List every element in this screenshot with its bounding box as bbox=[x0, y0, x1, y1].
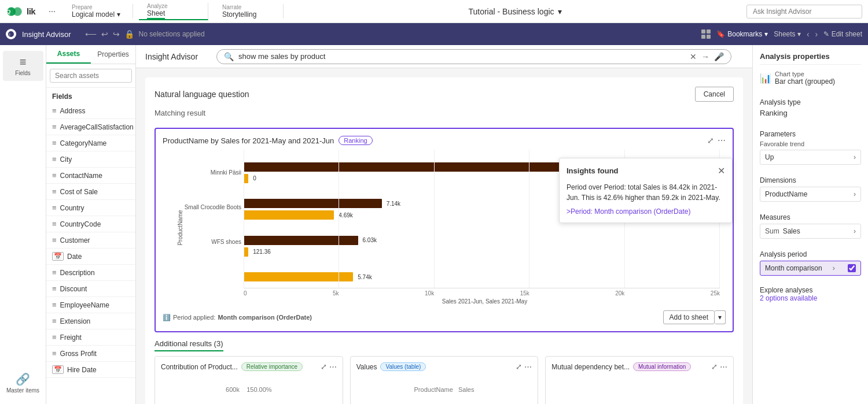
search-assets-input[interactable] bbox=[50, 69, 132, 83]
rc-more-0[interactable]: ⋯ bbox=[329, 362, 337, 371]
edit-sheet-button[interactable]: ✎ Edit sheet bbox=[823, 30, 862, 38]
selection-icon[interactable]: ⟵ bbox=[85, 29, 97, 39]
field-item-14[interactable]: ≡Freight bbox=[46, 329, 135, 346]
result-card-0: Contribution of Product... Relative impo… bbox=[155, 356, 343, 404]
no-selections: No selections applied bbox=[139, 30, 205, 38]
left-sidebar: ≡ Fields 🔗 Master items bbox=[0, 45, 46, 404]
field-label: Country bbox=[60, 204, 84, 212]
narrate-section[interactable]: Narrate Storytelling bbox=[214, 4, 284, 18]
field-item-1[interactable]: ≡AverageCallSatisfaction bbox=[46, 119, 135, 135]
expand-chart-button[interactable]: ⤢ bbox=[707, 136, 714, 145]
rc-expand-1[interactable]: ⤢ bbox=[516, 362, 522, 371]
field-item-13[interactable]: ≡Extension bbox=[46, 313, 135, 329]
field-item-9[interactable]: 📅Date bbox=[46, 249, 135, 265]
analysis-properties-title: Analysis properties bbox=[760, 52, 861, 65]
undo-icon[interactable]: ↩ bbox=[101, 29, 108, 39]
field-item-2[interactable]: ≡CategoryName bbox=[46, 135, 135, 151]
field-item-15[interactable]: ≡Gross Profit bbox=[46, 346, 135, 362]
field-item-11[interactable]: ≡Discount bbox=[46, 281, 135, 297]
field-item-8[interactable]: ≡Customer bbox=[46, 232, 135, 249]
chart-more-button[interactable]: ⋯ bbox=[718, 136, 726, 145]
badge-values-table: Values (table) bbox=[380, 362, 426, 371]
dimension-selector[interactable]: ProductName › bbox=[760, 187, 861, 202]
insight-bar-right: 🔖 Bookmarks ▾ Sheets ▾ ‹ › ✎ Edit sheet bbox=[701, 29, 862, 39]
panel-tabs: Assets Properties bbox=[46, 45, 135, 64]
cancel-button[interactable]: Cancel bbox=[695, 87, 734, 102]
sidebar-item-master[interactable]: 🔗 Master items bbox=[3, 368, 43, 398]
result-card-title-0: Contribution of Product... bbox=[161, 363, 238, 371]
prepare-label: Prepare bbox=[72, 4, 124, 10]
analyze-section[interactable]: Analyze Sheet bbox=[139, 3, 208, 20]
field-label: Date bbox=[67, 253, 82, 261]
svg-point-1 bbox=[13, 7, 22, 16]
tab-assets[interactable]: Assets bbox=[46, 45, 91, 64]
field-item-7[interactable]: ≡CountryCode bbox=[46, 216, 135, 232]
field-item-3[interactable]: ≡City bbox=[46, 151, 135, 168]
mic-button[interactable]: 🎤 bbox=[714, 52, 724, 61]
main-content: ≡ Fields 🔗 Master items Assets Propertie… bbox=[0, 45, 868, 404]
brand-name: lik bbox=[27, 6, 35, 16]
sheets-button[interactable]: Sheets ▾ bbox=[774, 30, 801, 38]
favorable-trend-selector[interactable]: Up › bbox=[760, 150, 861, 165]
close-insights-button[interactable]: ✕ bbox=[718, 165, 725, 176]
dimension-chevron: › bbox=[854, 190, 856, 198]
prepare-section[interactable]: Prepare Logical model ▾ bbox=[64, 4, 133, 18]
field-label: City bbox=[60, 155, 72, 164]
sidebar-item-fields[interactable]: ≡ Fields bbox=[3, 51, 43, 81]
bar-val-may-0: 0 bbox=[253, 175, 256, 181]
submit-search-button[interactable]: → bbox=[701, 52, 709, 61]
period-checkbox[interactable] bbox=[848, 264, 856, 272]
rc-more-2[interactable]: ⋯ bbox=[720, 362, 727, 371]
insights-link[interactable]: >Period: Month comparison (OrderDate) bbox=[567, 207, 725, 216]
bookmarks-button[interactable]: 🔖 Bookmarks ▾ bbox=[716, 30, 768, 38]
field-item-16[interactable]: 📅Hire Date bbox=[46, 362, 135, 378]
result-card-actions-2: ⤢ ⋯ bbox=[711, 362, 727, 371]
field-item-10[interactable]: ≡Description bbox=[46, 265, 135, 281]
nav-left-icon[interactable]: ‹ bbox=[807, 29, 810, 39]
result-card-title-2: Mutual dependency bet... bbox=[551, 363, 630, 371]
analysis-type-section: Analysis type Ranking bbox=[760, 95, 861, 121]
chart-title: ProductName by Sales for 2021-May and 20… bbox=[163, 136, 334, 145]
info-icon: ℹ️ bbox=[163, 314, 171, 321]
nav-right-icon[interactable]: › bbox=[815, 29, 818, 39]
rc-expand-2[interactable]: ⤢ bbox=[711, 362, 718, 371]
top-bar-right bbox=[746, 5, 862, 18]
period-applied-row: ℹ️ Period applied: Month comparison (Ord… bbox=[163, 310, 726, 324]
grid-view-icon[interactable] bbox=[701, 29, 711, 39]
field-label: ContactName bbox=[60, 172, 102, 180]
field-item-4[interactable]: ≡ContactName bbox=[46, 168, 135, 184]
bar-may-2 bbox=[244, 247, 248, 257]
ask-insight-input[interactable] bbox=[746, 5, 862, 18]
lock-icon[interactable]: 🔒 bbox=[124, 29, 134, 39]
field-text-icon: ≡ bbox=[52, 106, 57, 115]
bar-row-jun-3: 5.74k bbox=[244, 272, 720, 282]
ia-search-input[interactable] bbox=[238, 52, 685, 61]
clear-search-button[interactable]: ✕ bbox=[690, 52, 697, 61]
explore-link[interactable]: 2 options available bbox=[760, 294, 861, 302]
field-item-5[interactable]: ≡Cost of Sale bbox=[46, 184, 135, 200]
field-item-12[interactable]: ≡EmployeeName bbox=[46, 297, 135, 313]
chart-card: Insights found ✕ Period over Period: tot… bbox=[155, 128, 734, 332]
period-selector[interactable]: Month comparison › bbox=[760, 261, 861, 276]
redo-icon[interactable]: ↪ bbox=[113, 29, 120, 39]
analysis-period-section: Analysis period Month comparison › bbox=[760, 247, 861, 278]
field-label: Address bbox=[60, 107, 86, 115]
prepare-value: Logical model ▾ bbox=[72, 10, 124, 18]
add-to-sheet-dropdown[interactable]: ▾ bbox=[715, 310, 726, 324]
rc-expand-0[interactable]: ⤢ bbox=[321, 362, 327, 371]
narrate-value: Storytelling bbox=[222, 10, 275, 18]
field-item-0[interactable]: ≡Address bbox=[46, 103, 135, 119]
y-label-1: Small Crocodile Boots bbox=[185, 205, 241, 210]
rc-more-1[interactable]: ⋯ bbox=[524, 362, 532, 371]
add-to-sheet-button[interactable]: Add to sheet bbox=[663, 310, 715, 324]
tab-properties[interactable]: Properties bbox=[91, 45, 135, 64]
field-item-6[interactable]: ≡Country bbox=[46, 200, 135, 216]
field-text-icon: ≡ bbox=[52, 317, 57, 325]
menu-dots[interactable]: ⋯ bbox=[46, 8, 58, 16]
bar-val-jun-3: 5.74k bbox=[358, 274, 372, 280]
dimensions-label: Dimensions bbox=[760, 176, 861, 184]
result-card-1: Values Values (table) ⤢ ⋯ ProductName Sa… bbox=[350, 356, 539, 404]
chart-actions: ⤢ ⋯ bbox=[707, 136, 726, 145]
dimensions-section: Dimensions ProductName › bbox=[760, 173, 861, 204]
measure-row: Sum Sales › bbox=[760, 224, 861, 239]
